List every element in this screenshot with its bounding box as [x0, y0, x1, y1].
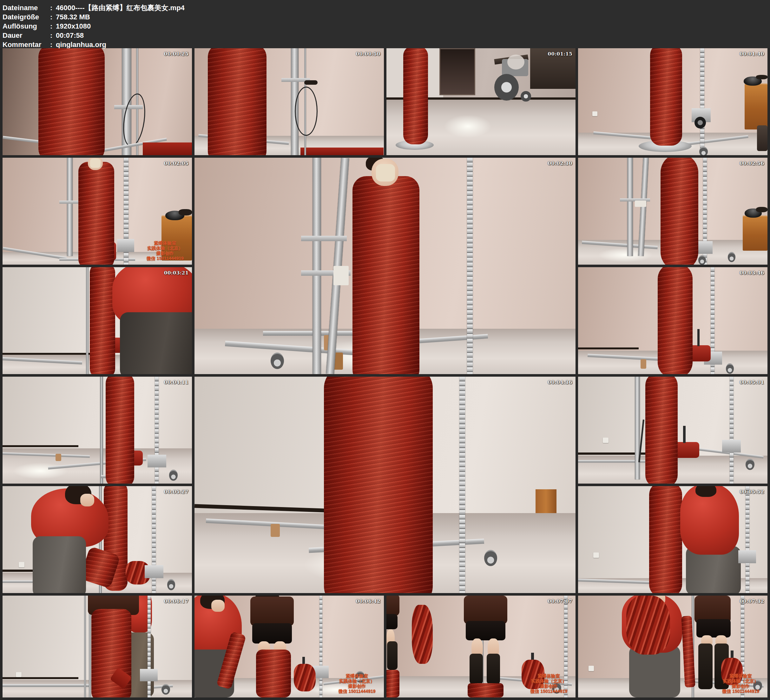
timestamp-overlay: 00:01:40	[739, 51, 764, 57]
wrapped-figure	[208, 48, 267, 155]
caster-wheel	[169, 470, 178, 480]
baseboard	[578, 347, 639, 350]
jack-bar	[467, 158, 473, 374]
video-thumbnail: 00:04:36	[194, 377, 576, 593]
file-info-row: Kommentar:qinglanhua.org	[3, 40, 770, 49]
jack-bar	[730, 377, 733, 484]
thigh-boot	[487, 654, 500, 684]
video-thumbnail: 00:00:25	[3, 48, 192, 155]
red-bundle	[412, 605, 433, 664]
info-label: Dateiname	[3, 3, 50, 12]
file-info-row: Auflösung:1920x1080	[3, 21, 770, 31]
timestamp-overlay: 00:05:27	[164, 489, 189, 495]
antenna-rod	[697, 329, 700, 346]
caster-wheel	[726, 363, 734, 374]
wrapped-figure	[106, 377, 134, 484]
resolution-value: 1920x1080	[56, 21, 91, 31]
stand-bracket	[301, 236, 347, 241]
metal-pole	[84, 596, 86, 697]
thigh-boot	[698, 643, 713, 689]
stand-bracket	[59, 201, 80, 204]
video-thumbnail: 00:06:42紧缚体验室实践体验（北京）摄影创作微信 15011444919	[194, 596, 384, 697]
watermark-line: 摄影创作	[338, 684, 375, 689]
metal-pole	[67, 158, 73, 256]
rigger-face	[211, 600, 225, 612]
watermark-line: 摄影创作	[722, 684, 759, 689]
baseboard	[3, 445, 78, 447]
metal-pole	[635, 377, 640, 480]
file-info-row: Dateigröße:758.32 MB	[3, 12, 770, 21]
baseboard	[3, 677, 78, 679]
timestamp-overlay: 00:00:50	[356, 51, 381, 57]
wrapped-feet	[387, 670, 400, 697]
info-label: Kommentar	[3, 40, 50, 49]
watermark-line: 实践体验（北京）	[530, 679, 567, 684]
stand-rail	[3, 684, 90, 687]
timestamp-overlay: 00:02:56	[739, 160, 764, 166]
model-tee	[250, 596, 294, 626]
paper-cup	[641, 359, 646, 369]
jack-clamp	[140, 669, 158, 681]
studio-watermark: 紧缚体验室实践体验（北京）摄影创作微信 15011444919	[530, 673, 567, 694]
duration-value: 00:07:58	[56, 31, 84, 40]
paper-cup	[271, 524, 280, 537]
wrapped-figure	[645, 377, 677, 484]
rigger-pants	[120, 312, 192, 374]
jack-bar	[147, 596, 151, 697]
face-tape	[376, 164, 395, 181]
timestamp-overlay: 00:07:07	[548, 598, 573, 604]
stand-pole	[627, 158, 633, 256]
wheelchair-wheel	[494, 74, 519, 100]
timestamp-overlay: 00:06:42	[356, 598, 381, 604]
watermark-line: 微信 15011444919	[338, 689, 375, 694]
timestamp-overlay: 00:04:36	[548, 379, 573, 385]
rigger-pants	[33, 536, 86, 593]
caster-wheel	[728, 252, 735, 262]
wrapped-figure	[353, 176, 419, 374]
wrapped-figure	[649, 486, 682, 593]
watermark-line: 实践体验（北京）	[147, 246, 184, 251]
video-thumbnail: 00:00:50	[194, 48, 384, 155]
timestamp-overlay: 00:06:17	[164, 598, 189, 604]
info-separator: :	[50, 31, 56, 40]
jack-wheel	[694, 117, 706, 128]
filename-value: 46000----【路由紧缚】红布包裹美女.mp4	[56, 3, 184, 12]
jack-clamp	[117, 239, 134, 252]
wall-socket	[592, 111, 597, 116]
clamp	[635, 201, 646, 207]
baseboard	[3, 353, 90, 355]
wrapped-feet	[467, 683, 503, 697]
rigger-hair	[696, 486, 717, 497]
wrapped-figure	[403, 48, 428, 144]
video-thumbnail: 00:03:21	[3, 267, 192, 374]
red-cloth	[301, 147, 384, 155]
jack-clamp	[738, 550, 756, 563]
video-thumbnail: 00:01:40	[578, 48, 767, 155]
metal-pole	[86, 267, 89, 374]
power-cable	[295, 87, 317, 136]
watermark-line: 紧缚体验室	[338, 673, 375, 679]
video-thumbnail: 00:02:05紧缚体验室实践体验（北京）摄影创作微信 15011444919	[3, 158, 192, 265]
jack-bar	[746, 486, 749, 593]
timestamp-overlay: 00:05:01	[739, 379, 764, 385]
timestamp-overlay: 00:04:11	[164, 379, 189, 385]
caster-wheel	[162, 684, 170, 695]
timestamp-overlay: 00:03:21	[164, 270, 189, 276]
stand-pole	[312, 158, 321, 374]
timestamp-overlay: 00:02:30	[548, 160, 573, 166]
red-bundle	[626, 596, 670, 655]
model-tee	[464, 596, 507, 624]
file-info-row: Dauer:00:07:58	[3, 31, 770, 40]
studio-watermark: 紧缚体验室实践体验（北京）摄影创作微信 15011444919	[147, 240, 184, 261]
wall-socket	[19, 562, 24, 567]
baseboard	[194, 504, 332, 513]
thigh-boot	[469, 654, 483, 684]
timestamp-overlay: 00:03:46	[739, 270, 764, 276]
paper-cup	[55, 454, 61, 461]
sunglasses	[756, 207, 767, 212]
video-thumbnail: 00:02:30	[194, 158, 576, 374]
wrapped-figure	[78, 162, 114, 265]
model-skirt	[466, 621, 505, 640]
studio-watermark: 紧缚体验室实践体验（北京）摄影创作微信 15011444919	[338, 673, 375, 694]
video-thumbnail: 00:04:11	[3, 377, 192, 484]
